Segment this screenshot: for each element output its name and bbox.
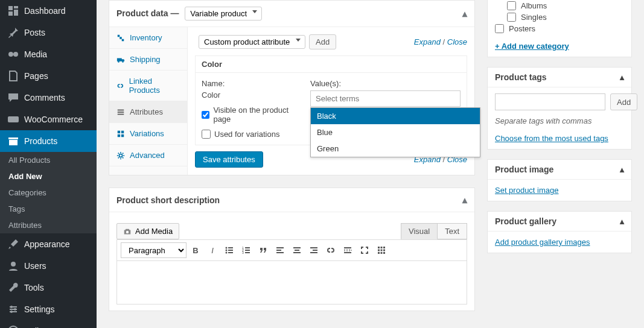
tab-shipping[interactable]: Shipping <box>109 49 187 71</box>
sidebar-item-comments[interactable]: Comments <box>0 87 97 109</box>
italic-button[interactable]: I <box>205 242 220 258</box>
panel-toggle-icon[interactable]: ▴ <box>462 194 467 206</box>
visible-on-page-checkbox[interactable]: Visible on the product page <box>202 106 298 124</box>
shipping-icon <box>116 55 125 64</box>
sidebar-item-users[interactable]: Users <box>0 255 97 277</box>
sidebar-item-media[interactable]: Media <box>0 43 97 65</box>
panel-toggle-icon[interactable]: ▴ <box>620 165 624 174</box>
attribute-type-select[interactable]: Custom product attribute <box>199 35 305 49</box>
sidebar-label-media: Media <box>24 49 47 59</box>
bullet-list-button[interactable] <box>222 242 237 258</box>
panel-toggle-icon[interactable]: ▴ <box>620 72 624 82</box>
sidebar-item-tools[interactable]: Tools <box>0 277 97 298</box>
link-button[interactable] <box>323 242 339 258</box>
tab-attributes[interactable]: Attributes <box>109 101 187 123</box>
sidebar-item-appearance[interactable]: Appearance <box>0 233 97 255</box>
attribute-row-header[interactable]: Color <box>196 56 467 73</box>
product-tags-heading: Product tags <box>495 72 547 82</box>
dropdown-option-blue[interactable]: Blue <box>311 124 480 140</box>
user-icon <box>7 260 19 272</box>
save-attributes-button[interactable]: Save attributes <box>195 151 263 168</box>
svg-rect-27 <box>228 252 233 253</box>
tab-inventory[interactable]: Inventory <box>109 27 187 49</box>
svg-rect-42 <box>310 252 317 253</box>
set-product-image-link[interactable]: Set product image <box>495 186 559 195</box>
svg-text:3: 3 <box>242 251 244 254</box>
sidebar-item-posts[interactable]: Posts <box>0 22 97 43</box>
category-checkbox[interactable] <box>495 24 504 33</box>
category-row-posters[interactable]: Posters <box>495 23 624 34</box>
svg-rect-52 <box>378 252 380 254</box>
numbered-list-button[interactable]: 123 <box>238 242 254 258</box>
sidebar-label-woocommerce: WooCommerce <box>24 115 83 124</box>
inventory-icon <box>116 34 125 42</box>
product-data-tabs: Inventory Shipping Linked Products Attri… <box>109 27 188 175</box>
category-checkbox[interactable] <box>507 13 516 22</box>
dropdown-option-green[interactable]: Green <box>311 140 480 157</box>
panel-toggle-icon[interactable]: ▴ <box>462 8 467 19</box>
align-left-button[interactable] <box>272 242 288 258</box>
tab-variations[interactable]: Variations <box>109 123 187 145</box>
sidebar-label-appearance: Appearance <box>24 239 70 249</box>
fullscreen-button[interactable] <box>357 242 372 258</box>
category-row-albums[interactable]: Albums <box>495 0 624 11</box>
svg-rect-28 <box>245 247 250 248</box>
align-right-button[interactable] <box>306 242 322 258</box>
align-center-button[interactable] <box>289 242 305 258</box>
add-gallery-images-link[interactable]: Add product gallery images <box>495 238 590 247</box>
link-icon <box>116 81 124 90</box>
blockquote-button[interactable] <box>255 242 271 258</box>
tab-linked-products[interactable]: Linked Products <box>109 71 187 101</box>
sidebar-item-settings[interactable]: Settings <box>0 298 97 320</box>
close-link[interactable]: Close <box>447 37 467 46</box>
add-tag-button[interactable]: Add <box>610 93 637 110</box>
expand-link[interactable]: Expand <box>414 37 441 46</box>
dropdown-option-black[interactable]: Black <box>311 108 480 124</box>
choose-used-tags-link[interactable]: Choose from the most used tags <box>495 134 608 143</box>
add-new-category-link[interactable]: + Add new category <box>495 42 569 51</box>
gear-icon <box>7 303 19 315</box>
short-description-heading: Product short description <box>116 195 220 205</box>
category-row-singles[interactable]: Singles <box>495 11 624 23</box>
add-media-button[interactable]: Add Media <box>116 223 179 239</box>
panel-toggle-icon[interactable]: ▴ <box>620 216 624 226</box>
editor-tab-text[interactable]: Text <box>438 223 467 239</box>
svg-rect-50 <box>381 250 383 251</box>
editor-content-area[interactable] <box>116 261 467 304</box>
sidebar-subitem-attributes[interactable]: Attributes <box>0 217 97 233</box>
collapse-icon <box>7 325 19 328</box>
short-description-header: Product short description ▴ <box>109 188 474 212</box>
tab-advanced[interactable]: Advanced <box>109 145 187 166</box>
visible-checkbox-input[interactable] <box>202 110 209 119</box>
add-attribute-button[interactable]: Add <box>309 34 336 49</box>
variations-checkbox-input[interactable] <box>202 130 211 139</box>
sidebar-item-woocommerce[interactable]: WooCommerce <box>0 109 97 130</box>
attribute-terms-input[interactable] <box>310 90 461 107</box>
sidebar-subitem-categories[interactable]: Categories <box>0 184 97 201</box>
sidebar-item-collapse[interactable]: Collapse menu <box>0 320 97 328</box>
svg-point-12 <box>122 61 124 63</box>
tag-input[interactable] <box>495 93 605 110</box>
editor-tab-visual[interactable]: Visual <box>401 223 438 239</box>
sidebar-subitem-add-new[interactable]: Add New <box>0 168 97 184</box>
svg-rect-34 <box>276 247 284 248</box>
sidebar-item-dashboard[interactable]: Dashboard <box>0 0 97 22</box>
sidebar-item-pages[interactable]: Pages <box>0 65 97 87</box>
svg-rect-53 <box>381 252 383 254</box>
svg-rect-54 <box>383 252 385 254</box>
category-checkbox[interactable] <box>507 1 516 10</box>
sidebar-item-products[interactable]: Products <box>0 130 97 152</box>
sidebar-subitem-tags[interactable]: Tags <box>0 201 97 217</box>
woo-icon <box>7 113 19 125</box>
sidebar-subitem-all-products[interactable]: All Products <box>0 152 97 168</box>
toolbar-toggle-button[interactable] <box>374 242 389 258</box>
bold-button[interactable]: B <box>188 242 203 258</box>
insert-more-button[interactable] <box>340 242 355 258</box>
used-for-variations-checkbox[interactable]: Used for variations <box>202 130 298 139</box>
editor-format-select[interactable]: Paragraph <box>121 242 187 258</box>
svg-rect-19 <box>121 134 124 136</box>
svg-rect-45 <box>344 252 351 253</box>
product-type-select-wrap: Variable product <box>181 7 262 20</box>
svg-point-22 <box>226 247 228 249</box>
product-type-select[interactable]: Variable product <box>185 7 262 20</box>
